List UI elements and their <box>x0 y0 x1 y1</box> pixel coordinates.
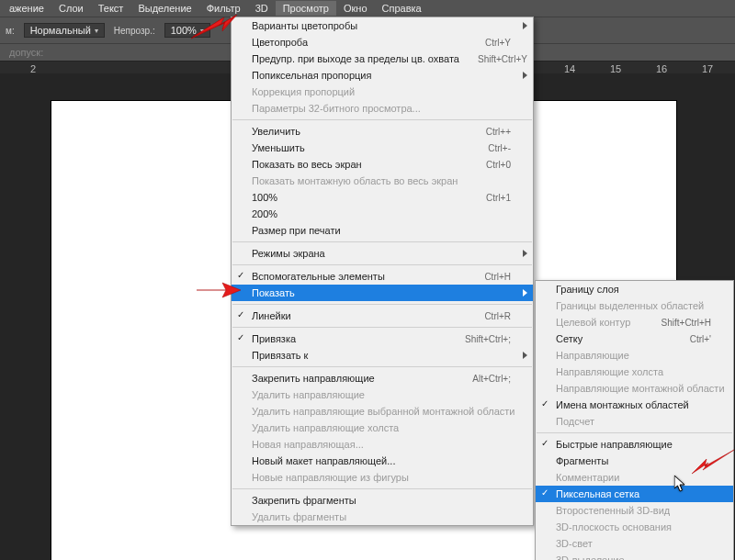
menu-item-label: Коррекция пропорций <box>252 86 511 97</box>
check-icon: ✓ <box>237 309 244 319</box>
menu-item-label: Сетку <box>556 333 690 344</box>
view-menu-item[interactable]: Предупр. при выходе за пределы цв. охват… <box>232 50 533 67</box>
menu-item-label: Закрепить направляющие <box>252 373 472 384</box>
view-menu-item[interactable]: Режимы экрана <box>232 245 533 262</box>
menu-item-label: Целевой контур <box>556 317 662 328</box>
check-icon: ✓ <box>237 270 244 280</box>
view-menu-item[interactable]: Варианты цветопробы <box>232 17 533 34</box>
menu-item-label: Направляющие <box>556 350 711 361</box>
view-menu-item[interactable]: Показать во весь экранCtrl+0 <box>232 156 533 173</box>
view-menu-item[interactable]: УвеличитьCtrl++ <box>232 123 533 140</box>
menu-item[interactable]: Выделение <box>130 1 198 16</box>
blend-mode-label: м: <box>6 26 15 36</box>
view-menu-item[interactable]: Закрепить фрагменты <box>232 492 533 509</box>
tolerance-label: допуск: <box>9 47 43 58</box>
menu-item-label: Цветопроба <box>252 37 485 48</box>
opacity-label: Непрозр.: <box>114 26 155 36</box>
menu-item-shortcut: Shift+Ctrl+H <box>662 318 711 328</box>
menu-item-label: Привязать к <box>252 350 511 361</box>
show-submenu-dropdown: Границу слояГраницы выделенных областейЦ… <box>535 280 734 560</box>
blend-mode-dropdown[interactable]: Нормальный ▾ <box>24 23 105 38</box>
show-submenu-item: Границы выделенных областей <box>536 297 733 314</box>
view-menu-item[interactable]: УменьшитьCtrl+- <box>232 140 533 156</box>
view-menu-item[interactable]: ЦветопробаCtrl+Y <box>232 34 533 50</box>
menu-item[interactable]: Фильтр <box>199 1 248 16</box>
menu-item-label: Показать во весь экран <box>252 159 486 170</box>
menu-item-label: Быстрые направляющие <box>556 439 711 450</box>
menu-item-label: Имена монтажных областей <box>556 399 711 410</box>
cursor-icon <box>674 476 687 494</box>
menu-item[interactable]: Слои <box>51 1 91 16</box>
show-submenu-item: Направляющие <box>536 347 733 364</box>
show-submenu-item: 3D-выделение <box>536 552 733 560</box>
view-menu-item: Удалить направляющие <box>232 386 533 403</box>
menu-item-label: Удалить фрагменты <box>252 511 511 522</box>
view-menu-item[interactable]: 100%Ctrl+1 <box>232 189 533 206</box>
show-submenu-item: Второстепенный 3D-вид <box>536 502 733 519</box>
menu-item-label: Новая направляющая... <box>252 439 511 450</box>
view-menu-item[interactable]: ✓Вспомогательные элементыCtrl+H <box>232 268 533 285</box>
menu-item-label: Привязка <box>252 333 465 344</box>
show-submenu-item[interactable]: ✓Пиксельная сетка <box>536 486 733 502</box>
view-menu-item: Удалить фрагменты <box>232 509 533 525</box>
view-menu-item: Новые направляющие из фигуры <box>232 469 533 486</box>
show-submenu-item[interactable]: Границу слоя <box>536 281 733 297</box>
view-menu-item[interactable]: Новый макет направляющей... <box>232 453 533 469</box>
view-menu-item[interactable]: Привязать к <box>232 347 533 364</box>
menu-item-label: Границы выделенных областей <box>556 300 722 311</box>
menu-item-label: Предупр. при выходе за пределы цв. охват… <box>252 53 478 64</box>
menu-item-shortcut: Ctrl+Y <box>485 38 511 48</box>
menu-item-shortcut: Ctrl+H <box>484 272 511 282</box>
view-menu-item: Удалить направляющие холста <box>232 420 533 436</box>
show-submenu-item: Направляющие монтажной области <box>536 380 733 397</box>
view-menu-item[interactable]: ✓ПривязкаShift+Ctrl+; <box>232 330 533 347</box>
show-submenu-item: 3D-плоскость основания <box>536 519 733 535</box>
menu-item[interactable]: Текст <box>91 1 131 16</box>
check-icon: ✓ <box>541 438 548 448</box>
menu-item-shortcut: Alt+Ctrl+; <box>472 374 511 384</box>
menubar: ажение Слои Текст Выделение Фильтр 3D Пр… <box>0 0 735 17</box>
menu-item-label: Показать монтажную область во весь экран <box>252 175 511 186</box>
menu-item-view[interactable]: Просмотр <box>276 1 336 16</box>
menu-item-shortcut: Shift+Ctrl+; <box>465 334 511 344</box>
show-submenu-item[interactable]: СеткуCtrl+' <box>536 330 733 347</box>
view-menu-item[interactable]: ✓ЛинейкиCtrl+R <box>232 308 533 324</box>
menu-separator <box>232 119 532 120</box>
view-menu-item: Коррекция пропорций <box>232 84 533 100</box>
menu-item-label: Новый макет направляющей... <box>252 455 511 466</box>
menu-item-label: 3D-плоскость основания <box>556 521 711 532</box>
view-menu-item[interactable]: Размер при печати <box>232 222 533 239</box>
show-submenu-item: Подсчет <box>536 413 733 430</box>
menu-item-label: Уменьшить <box>252 142 488 153</box>
menu-item[interactable]: Справка <box>375 1 429 16</box>
view-menu-item[interactable]: Показать <box>232 285 533 301</box>
show-submenu-item[interactable]: ✓Имена монтажных областей <box>536 397 733 413</box>
menu-item-shortcut: Ctrl+R <box>484 311 511 321</box>
menu-item[interactable]: ажение <box>2 1 51 16</box>
menu-separator <box>232 488 532 489</box>
menu-item-label: Направляющие холста <box>556 366 711 377</box>
menu-item-label: Пиксельная сетка <box>556 488 711 499</box>
menu-item-label: 100% <box>252 192 486 203</box>
menu-item[interactable]: Окно <box>336 1 375 16</box>
menu-item-label: Комментарии <box>556 472 711 483</box>
menu-item-shortcut: Ctrl+- <box>488 143 511 153</box>
view-menu-item[interactable]: 200% <box>232 206 533 222</box>
menu-item-label: Направляющие монтажной области <box>556 383 735 394</box>
view-menu-item: Удалить направляющие выбранной монтажной… <box>232 403 533 420</box>
menu-item-label: Увеличить <box>252 126 486 137</box>
menu-item-label: Границу слоя <box>556 284 711 295</box>
view-menu-item[interactable]: Попиксельная пропорция <box>232 67 533 84</box>
menu-item-label: Показать <box>252 287 511 298</box>
menu-item-label: Закрепить фрагменты <box>252 495 511 506</box>
menu-item-label: Подсчет <box>556 416 711 427</box>
menu-item-label: Режимы экрана <box>252 248 511 259</box>
menu-item-label: Новые направляющие из фигуры <box>252 472 511 483</box>
menu-item[interactable]: 3D <box>248 1 276 16</box>
menu-separator <box>232 264 532 265</box>
menu-separator <box>232 241 532 242</box>
menu-separator <box>537 432 732 433</box>
view-menu-item[interactable]: Закрепить направляющиеAlt+Ctrl+; <box>232 370 533 386</box>
menu-item-shortcut: Ctrl+' <box>690 334 711 344</box>
show-submenu-item: Целевой контурShift+Ctrl+H <box>536 314 733 330</box>
